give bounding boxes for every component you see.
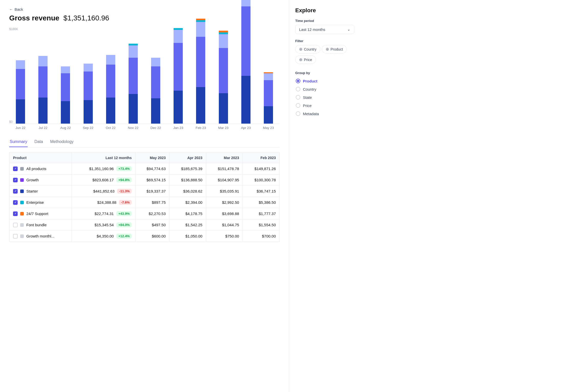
chart-container: $186K $0 Jun 22Jul 22Aug 22Sep 22Oct 22N…: [9, 27, 280, 130]
row-checkbox[interactable]: [13, 211, 18, 216]
product-name: Starter: [26, 189, 38, 193]
period-cell-2: $1,044.75: [206, 219, 243, 231]
filter-chip-price[interactable]: ⊕Price: [295, 55, 316, 64]
tab-methodology[interactable]: Methodology: [50, 137, 74, 147]
x-label: May 23: [257, 126, 280, 130]
bar-segment: [219, 48, 228, 93]
product-cell: All products: [9, 163, 72, 174]
period-cell-0: $897.75: [135, 197, 169, 208]
bar-stack: [241, 0, 251, 124]
group-by-item-state[interactable]: State: [295, 93, 354, 101]
bar-stack: [219, 31, 228, 124]
period-cell-2: $104,907.95: [206, 174, 243, 186]
row-checkbox[interactable]: [13, 200, 18, 205]
group-by-items: ProductCountryStatePriceMetadata: [295, 77, 354, 118]
chevron-down-icon: ⌄: [347, 27, 350, 32]
bar-segment: [241, 0, 251, 6]
group-by-label: State: [303, 95, 312, 100]
period-cell-1: $4,178.75: [169, 208, 206, 219]
table-row: Enterprise$24,388.88-7.6%$897.75$2,394.0…: [9, 197, 280, 208]
growth-badge: +12.4%: [116, 234, 132, 239]
revenue-cell: $15,345.54+84.0%: [72, 219, 135, 231]
bar-stack: [151, 58, 160, 124]
column-header-3: Apr 2023: [169, 153, 206, 163]
period-cell-1: $36,028.62: [169, 186, 206, 197]
group-by-label: Country: [303, 87, 316, 91]
product-color-dot: [20, 201, 24, 204]
group-by-item-country[interactable]: Country: [295, 85, 354, 93]
period-cell-3: $1,777.37: [243, 208, 280, 219]
filter-chip-product[interactable]: ⊕Product: [322, 45, 347, 53]
tab-data[interactable]: Data: [34, 137, 43, 147]
x-label: Jan 23: [167, 126, 189, 130]
product-name: Font bundle: [26, 223, 47, 227]
table-row: 24/7 Support$22,774.31+43.9%$2,270.53$4,…: [9, 208, 280, 219]
bar-group: [122, 32, 144, 124]
bar-group: [54, 32, 77, 124]
period-cell-3: $149,871.26: [243, 163, 280, 174]
row-checkbox[interactable]: [13, 178, 18, 182]
chart-area: $0: [9, 32, 280, 124]
bar-segment: [61, 73, 70, 101]
bar-segment: [241, 6, 251, 76]
product-cell: Font bundle: [9, 219, 72, 231]
period-cell-0: $69,574.15: [135, 174, 169, 186]
row-checkbox[interactable]: [13, 189, 18, 194]
bar-stack: [174, 28, 183, 124]
bar-segment: [84, 64, 93, 72]
product-color-dot: [20, 178, 24, 182]
x-label: Dec 22: [144, 126, 167, 130]
radio-button: [296, 111, 300, 116]
time-period-value: Last 12 months: [299, 27, 325, 32]
group-by-item-metadata[interactable]: Metadata: [295, 110, 354, 118]
bar-group: [9, 32, 32, 124]
product-color-dot: [20, 167, 24, 171]
product-name: Growth monthl...: [26, 234, 54, 238]
period-cell-3: $700.00: [243, 231, 280, 242]
bar-group: [257, 32, 280, 124]
period-cell-2: $3,698.88: [206, 208, 243, 219]
bar-segment: [219, 34, 228, 48]
filter-chip-country[interactable]: ⊕Country: [295, 45, 320, 53]
period-cell-0: $19,337.37: [135, 186, 169, 197]
bar-segment: [196, 37, 205, 87]
growth-badge: +84.0%: [116, 222, 132, 227]
row-checkbox[interactable]: [13, 167, 18, 171]
table-row: Starter$441,852.63-11.3%$19,337.37$36,02…: [9, 186, 280, 197]
main-content: ← Back Gross revenue $1,351,160.96 $186K…: [0, 0, 289, 392]
period-cell-2: $2,992.50: [206, 197, 243, 208]
period-cell-2: $151,478.78: [206, 163, 243, 174]
product-color-dot: [20, 234, 24, 238]
bar-segment: [38, 66, 48, 98]
period-cell-1: $136,888.50: [169, 174, 206, 186]
bar-segment: [16, 60, 25, 69]
period-cell-0: $600.00: [135, 231, 169, 242]
back-button[interactable]: ← Back: [9, 7, 23, 11]
revenue-cell: $1,351,160.96+73.4%: [72, 163, 135, 174]
table-row: Font bundle$15,345.54+84.0%$497.50$1,542…: [9, 219, 280, 231]
x-label: Mar 23: [212, 126, 235, 130]
growth-badge: +43.9%: [116, 211, 132, 216]
time-period-button[interactable]: Last 12 months ⌄: [295, 25, 354, 34]
radio-button: [296, 79, 300, 83]
group-by-label: Metadata: [303, 112, 319, 116]
chart-y-max: $186K: [9, 27, 280, 31]
back-label: Back: [15, 7, 23, 11]
bar-segment: [196, 20, 205, 22]
product-name: All products: [26, 167, 46, 171]
time-period-section: Time period Last 12 months ⌄: [295, 19, 354, 34]
period-cell-1: $185,675.39: [169, 163, 206, 174]
bar-group: [235, 32, 257, 124]
group-by-item-price[interactable]: Price: [295, 101, 354, 110]
bar-segment: [196, 22, 205, 37]
bar-stack: [61, 66, 70, 124]
row-checkbox[interactable]: [13, 234, 18, 239]
group-by-label: Price: [303, 103, 312, 108]
bar-group: [99, 32, 122, 124]
tab-summary[interactable]: Summary: [9, 137, 28, 147]
bar-group: [144, 32, 167, 124]
group-by-item-product[interactable]: Product: [295, 77, 354, 85]
row-checkbox[interactable]: [13, 223, 18, 227]
sidebar: Explore Time period Last 12 months ⌄ Fil…: [289, 0, 360, 392]
table-row: Growth$823,608.17+94.8%$69,574.15$136,88…: [9, 174, 280, 186]
